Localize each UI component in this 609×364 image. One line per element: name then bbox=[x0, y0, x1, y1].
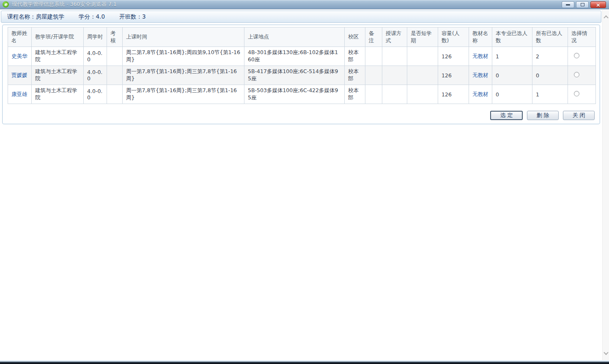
course-name-label: 课程名称：房屋建筑学 bbox=[7, 13, 64, 21]
restore-button[interactable] bbox=[576, 1, 589, 8]
cell-campus: 校本部 bbox=[345, 47, 365, 66]
scroll-up-icon[interactable] bbox=[604, 15, 608, 20]
cell-note bbox=[365, 47, 382, 66]
select-button[interactable]: 选 定 bbox=[490, 111, 523, 120]
teacher-link[interactable]: 史美华 bbox=[11, 53, 27, 59]
cell-teach-method bbox=[382, 47, 407, 66]
close-dialog-button[interactable]: 关 闭 bbox=[563, 111, 595, 120]
col-header-week-hours: 周学时 bbox=[84, 27, 107, 47]
bottom-edge bbox=[0, 360, 609, 364]
col-header-capacity: 容量(人数) bbox=[438, 27, 469, 47]
titlebar: e 现代教学管理信息系统 - 360安全浏览器 7.1 × bbox=[0, 0, 609, 9]
select-radio[interactable] bbox=[574, 72, 579, 77]
col-header-short-term: 是否短学期 bbox=[407, 27, 438, 47]
cell-teacher: 贾媛媛 bbox=[8, 66, 32, 85]
close-icon: × bbox=[596, 2, 601, 8]
browser-logo-icon: e bbox=[3, 1, 9, 8]
class-count-label: 开班数：3 bbox=[119, 13, 146, 21]
cell-all-selected: 1 bbox=[532, 85, 568, 104]
cell-note bbox=[365, 85, 382, 104]
cell-week-hours: 4.0-0.0 bbox=[84, 85, 107, 104]
textbook-link[interactable]: 无教材 bbox=[472, 72, 488, 78]
select-radio[interactable] bbox=[574, 53, 579, 58]
select-radio[interactable] bbox=[574, 91, 579, 96]
cell-time: 周一第7,8节{第1-16周};周三第7,8节{第1-16周} bbox=[123, 85, 244, 104]
cell-college: 建筑与土木工程学院 bbox=[32, 47, 84, 66]
teacher-link[interactable]: 康亚雄 bbox=[11, 91, 27, 97]
col-header-college: 教学班/开课学院 bbox=[32, 27, 84, 47]
cell-week-hours: 4.0-0.0 bbox=[84, 66, 107, 85]
cell-college: 建筑与土木工程学院 bbox=[32, 66, 84, 85]
scroll-down-icon[interactable] bbox=[604, 350, 608, 355]
cell-exam bbox=[107, 47, 123, 66]
cell-exam bbox=[107, 85, 123, 104]
action-button-row: 选 定 删 除 关 闭 bbox=[8, 111, 595, 120]
course-info-bar: 课程名称：房屋建筑学 学分：4.0 开班数：3 bbox=[1, 11, 601, 23]
cell-college: 建筑与土木工程学院 bbox=[32, 85, 84, 104]
cell-time: 周一第7,8节{第1-16周};周三第7,8节{第1-16周} bbox=[123, 66, 244, 85]
cell-major-selected: 0 bbox=[492, 66, 532, 85]
cell-all-selected: 0 bbox=[532, 66, 568, 85]
cell-time: 周二第7,8节{第1-16周};周四第9,10节{第1-16周} bbox=[123, 47, 244, 66]
cell-exam bbox=[107, 66, 123, 85]
cell-textbook: 无教材 bbox=[469, 66, 492, 85]
col-header-note: 备注 bbox=[365, 27, 382, 47]
textbook-link[interactable]: 无教材 bbox=[472, 53, 488, 59]
cell-selection bbox=[568, 47, 596, 66]
cell-short-term bbox=[407, 85, 438, 104]
restore-icon bbox=[581, 3, 584, 6]
window-controls: × bbox=[562, 1, 606, 8]
cell-short-term bbox=[407, 66, 438, 85]
cell-capacity: 126 bbox=[438, 85, 469, 104]
col-header-major-selected: 本专业已选人数 bbox=[492, 27, 532, 47]
vertical-scrollbar[interactable] bbox=[602, 10, 609, 360]
col-header-teach-method: 授课方式 bbox=[382, 27, 407, 47]
class-table: 教师姓名 教学班/开课学院 周学时 考核 上课时间 上课地点 校区 备注 授课方… bbox=[8, 27, 596, 104]
teacher-link[interactable]: 贾媛媛 bbox=[11, 72, 27, 78]
table-row: 贾媛媛 建筑与土木工程学院 4.0-0.0 周一第7,8节{第1-16周};周三… bbox=[8, 66, 596, 85]
col-header-all-selected: 所有已选人数 bbox=[532, 27, 568, 47]
table-header-row: 教师姓名 教学班/开课学院 周学时 考核 上课时间 上课地点 校区 备注 授课方… bbox=[8, 27, 596, 47]
cell-place: 4B-301多媒体130座;6B-102多媒体160座 bbox=[244, 47, 345, 66]
cell-major-selected: 0 bbox=[492, 85, 532, 104]
cell-place: 5B-417多媒体100座;6C-514多媒体95座 bbox=[244, 66, 345, 85]
cell-place: 5B-503多媒体100座;6C-422多媒体95座 bbox=[244, 85, 345, 104]
cell-textbook: 无教材 bbox=[469, 85, 492, 104]
col-header-place: 上课地点 bbox=[244, 27, 345, 47]
cell-selection bbox=[568, 66, 596, 85]
cell-capacity: 126 bbox=[438, 47, 469, 66]
cell-selection bbox=[568, 85, 596, 104]
cell-teacher: 史美华 bbox=[8, 47, 32, 66]
textbook-link[interactable]: 无教材 bbox=[472, 91, 488, 97]
cell-short-term bbox=[407, 47, 438, 66]
col-header-campus: 校区 bbox=[345, 27, 365, 47]
window-title: 现代教学管理信息系统 - 360安全浏览器 7.1 bbox=[12, 1, 117, 8]
table-row: 史美华 建筑与土木工程学院 4.0-0.0 周二第7,8节{第1-16周};周四… bbox=[8, 47, 596, 66]
cell-teach-method bbox=[382, 85, 407, 104]
cell-major-selected: 1 bbox=[492, 47, 532, 66]
cell-campus: 校本部 bbox=[345, 85, 365, 104]
class-list-panel: 教师姓名 教学班/开课学院 周学时 考核 上课时间 上课地点 校区 备注 授课方… bbox=[2, 25, 600, 124]
col-header-teacher: 教师姓名 bbox=[8, 27, 32, 47]
col-header-exam: 考核 bbox=[107, 27, 123, 47]
table-row: 康亚雄 建筑与土木工程学院 4.0-0.0 周一第7,8节{第1-16周};周三… bbox=[8, 85, 596, 104]
col-header-time: 上课时间 bbox=[123, 27, 244, 47]
credit-label: 学分：4.0 bbox=[79, 13, 105, 21]
minimize-icon bbox=[566, 4, 570, 5]
close-window-button[interactable]: × bbox=[590, 1, 606, 8]
minimize-button[interactable] bbox=[562, 1, 574, 8]
cell-week-hours: 4.0-0.0 bbox=[84, 47, 107, 66]
cell-teach-method bbox=[382, 66, 407, 85]
col-header-selection: 选择情况 bbox=[568, 27, 596, 47]
col-header-textbook: 教材名称 bbox=[469, 27, 492, 47]
cell-textbook: 无教材 bbox=[469, 47, 492, 66]
delete-button[interactable]: 删 除 bbox=[527, 111, 559, 120]
cell-note bbox=[365, 66, 382, 85]
cell-teacher: 康亚雄 bbox=[8, 85, 32, 104]
cell-campus: 校本部 bbox=[345, 66, 365, 85]
cell-all-selected: 2 bbox=[532, 47, 568, 66]
cell-capacity: 126 bbox=[438, 66, 469, 85]
